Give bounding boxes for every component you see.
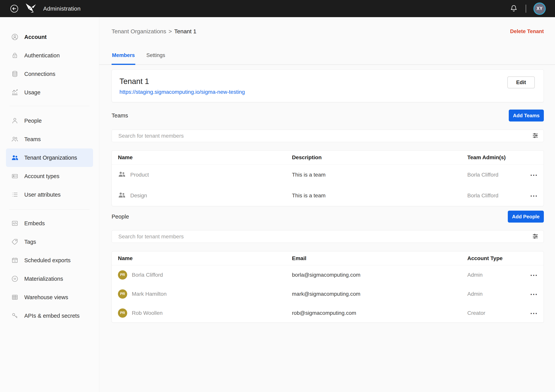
sidebar-divider <box>9 106 89 106</box>
team-description: This is a team <box>292 192 467 199</box>
column-header: Name <box>118 255 292 262</box>
delete-tenant-button[interactable]: Delete Tenant <box>510 29 544 35</box>
people-filter-button[interactable] <box>531 232 540 241</box>
sidebar-item-user-attributes[interactable]: User attributes <box>6 185 93 204</box>
sidebar-item-label: Account <box>24 34 47 40</box>
sidebar-item-label: Warehouse views <box>24 294 68 300</box>
tenant-url-link[interactable]: https://staging.sigmacomputing.io/sigma-… <box>119 89 245 95</box>
edit-tenant-button[interactable]: Edit <box>507 76 535 88</box>
breadcrumb-parent[interactable]: Tenant Organizations <box>112 28 166 35</box>
tenant-card: Tenant 1 https://staging.sigmacomputing.… <box>112 70 544 102</box>
row-menu-button[interactable]: ... <box>524 192 544 199</box>
person-email: rob@sigmacomputing.com <box>292 310 467 316</box>
svg-text:31: 31 <box>14 260 16 262</box>
column-header: Name <box>118 154 292 161</box>
admin-sidebar: Account Authentication Connections <box>0 17 99 392</box>
tab-settings[interactable]: Settings <box>146 51 166 64</box>
column-header: Account Type <box>467 255 524 262</box>
people-table-header: Name Email Account Type <box>112 251 544 265</box>
person-account-type: Admin <box>467 291 524 297</box>
app-title: Administration <box>43 5 80 12</box>
team-admins: Borla Clifford <box>467 172 524 178</box>
table-row[interactable]: PR Rob Woollen rob@sigmacomputing.com Cr… <box>112 303 544 322</box>
row-menu-button[interactable]: ... <box>524 310 544 316</box>
topbar-divider <box>526 5 526 13</box>
table-row[interactable]: Product This is a team Borla Clifford ..… <box>112 164 544 185</box>
user-avatar[interactable]: XY <box>533 2 546 15</box>
sidebar-item-materializations[interactable]: M Materializations <box>6 270 93 288</box>
sidebar-item-embeds[interactable]: Embeds <box>6 214 93 233</box>
svg-text:M: M <box>14 277 16 280</box>
sidebar-item-label: Tags <box>24 239 36 245</box>
team-icon <box>118 191 126 200</box>
sidebar-item-label: Scheduled exports <box>24 257 71 264</box>
row-menu-button[interactable]: ... <box>524 272 544 278</box>
list-icon <box>11 191 19 198</box>
column-header: Description <box>292 154 467 161</box>
add-teams-button[interactable]: Add Teams <box>509 110 544 121</box>
back-button[interactable] <box>10 4 19 13</box>
database-icon <box>11 70 19 78</box>
breadcrumb-current: Tenant 1 <box>174 28 196 35</box>
team-admins: Borla Clifford <box>467 192 524 199</box>
sidebar-item-scheduled-exports[interactable]: 31 Scheduled exports <box>6 251 93 270</box>
sidebar-item-label: APIs & embed secrets <box>24 313 80 319</box>
row-menu-button[interactable]: ... <box>524 291 544 297</box>
add-people-button[interactable]: Add People <box>508 211 544 223</box>
avatar-initials: PR <box>120 292 125 296</box>
arrow-left-circle-icon <box>10 11 19 14</box>
notifications-button[interactable] <box>510 4 518 13</box>
sidebar-item-authentication[interactable]: Authentication <box>6 46 93 65</box>
people-search-input[interactable] <box>112 230 544 243</box>
team-description: This is a team <box>292 172 467 178</box>
sidebar-item-tags[interactable]: Tags <box>6 233 93 251</box>
grid-table-icon <box>11 294 19 301</box>
table-row[interactable]: PR Borla Clifford borla@sigmacomputing.c… <box>112 265 544 284</box>
bell-icon <box>510 10 518 13</box>
sidebar-item-people[interactable]: People <box>6 112 93 130</box>
sidebar-item-label: User attributes <box>24 192 61 198</box>
sidebar-item-label: People <box>24 118 42 124</box>
breadcrumb: Tenant Organizations > Tenant 1 <box>112 28 196 35</box>
row-menu-button[interactable]: ... <box>524 171 544 178</box>
sigma-bird-logo-icon <box>25 3 36 15</box>
calendar-icon: 31 <box>11 257 19 264</box>
tenant-title: Tenant 1 <box>119 77 536 86</box>
teams-table-header: Name Description Team Admin(s) <box>112 150 544 164</box>
tab-members[interactable]: Members <box>112 51 135 64</box>
sidebar-item-apis-embed-secrets[interactable]: APIs & embed secrets <box>6 306 93 325</box>
usage-chart-icon <box>11 89 19 96</box>
person-icon <box>11 117 19 124</box>
teams-filter-button[interactable] <box>531 132 540 140</box>
sliders-icon <box>532 237 539 240</box>
user-circle-icon <box>11 33 19 41</box>
sidebar-item-account[interactable]: Account <box>6 28 93 46</box>
person-name: Borla Clifford <box>132 272 163 278</box>
teams-search-input[interactable] <box>112 129 544 142</box>
person-email: borla@sigmacomputing.com <box>292 272 467 278</box>
table-row[interactable]: Design This is a team Borla Clifford ... <box>112 185 544 206</box>
people-table: Name Email Account Type PR Borla Cliffor… <box>112 251 544 323</box>
column-header: Team Admin(s) <box>467 154 524 161</box>
avatar: PR <box>118 270 127 279</box>
sidebar-item-tenant-organizations[interactable]: Tenant Organizations <box>6 149 93 167</box>
people-filled-icon <box>11 154 19 161</box>
person-name: Mark Hamilton <box>132 291 167 297</box>
sidebar-item-label: Materializations <box>24 276 63 282</box>
key-icon <box>11 312 19 319</box>
people-outline-icon <box>11 135 19 143</box>
sliders-icon <box>532 137 539 140</box>
lock-icon <box>11 52 19 59</box>
person-email: mark@sigmacomputing.com <box>292 291 467 297</box>
tab-bar: Members Settings <box>99 51 555 65</box>
sidebar-item-teams[interactable]: Teams <box>6 130 93 149</box>
sidebar-item-connections[interactable]: Connections <box>6 65 93 83</box>
table-row[interactable]: PR Mark Hamilton mark@sigmacomputing.com… <box>112 284 544 303</box>
sidebar-item-label: Tenant Organizations <box>24 155 77 161</box>
breadcrumb-separator: > <box>169 28 172 35</box>
team-icon <box>118 170 126 179</box>
avatar-initials: XY <box>536 6 543 11</box>
sidebar-item-usage[interactable]: Usage <box>6 83 93 102</box>
sidebar-item-account-types[interactable]: Account types <box>6 167 93 185</box>
sidebar-item-warehouse-views[interactable]: Warehouse views <box>6 288 93 306</box>
